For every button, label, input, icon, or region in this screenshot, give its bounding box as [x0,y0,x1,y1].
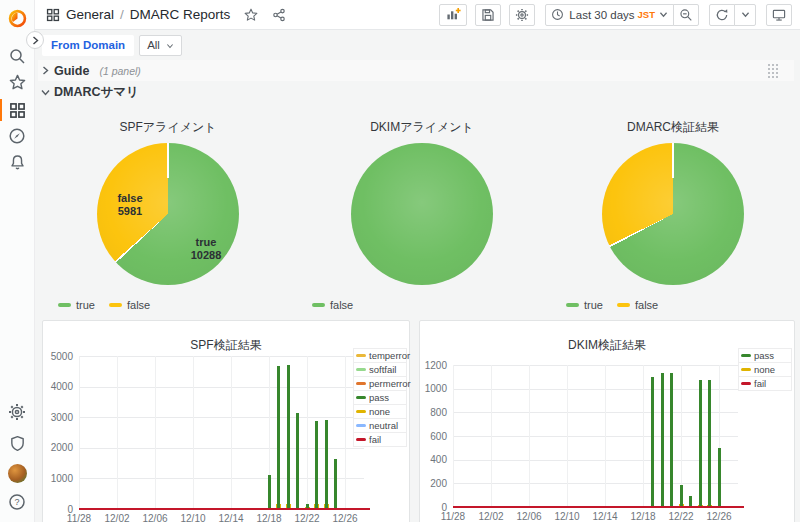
dashboard-settings-button[interactable] [509,4,535,26]
bar-pass-12/20[interactable] [661,373,664,507]
row-header-guide[interactable]: Guide (1 panel) [38,60,794,81]
legend-item-softfail[interactable]: softfail [353,362,407,377]
zoom-out-button[interactable] [673,4,699,26]
y-axis-tick-label: 1200 [413,360,447,371]
legend-label: permerror [369,378,411,389]
panel-title[interactable]: SPFアライメント [42,119,294,136]
chevron-down-icon [659,11,668,18]
row-drag-handle-icon[interactable] [768,64,780,78]
legend-label: true [584,299,603,311]
dkim-verification-legend: passnonefail [738,349,792,391]
gridline [79,387,364,388]
x-axis-tick-label: 11/28 [435,511,471,522]
add-panel-button[interactable] [439,4,467,26]
bar-pass-12/26[interactable] [718,448,721,507]
x-axis-tick-label: 12/18 [251,513,287,522]
pie-legend: truefalse [566,299,658,311]
bar-pass-12/24[interactable] [325,420,328,509]
bar-pass-12/22[interactable] [680,485,683,507]
legend-swatch [741,368,751,371]
spf-verification-legend: temperrorsoftfailpermerrorpassnoneneutra… [353,349,407,447]
bar-pass-12/24[interactable] [699,380,702,507]
save-dashboard-button[interactable] [475,4,501,26]
gridline [155,356,156,509]
legend-item-permerror[interactable]: permerror [353,376,407,391]
chevron-down-icon [166,43,174,49]
legend-item-pass[interactable]: pass [353,390,407,405]
legend-item-true[interactable]: true [566,299,603,311]
time-range-label: Last 30 days [569,9,634,21]
sidebar-item-help[interactable]: ? [0,488,34,516]
bar-pass-12/19[interactable] [277,366,280,509]
sidebar-item-profile[interactable] [0,459,34,487]
row-panel-count: (1 panel) [99,65,140,77]
breadcrumb-section[interactable]: General [66,7,114,22]
legend-item-false[interactable]: false [109,299,150,311]
time-range-picker[interactable]: Last 30 days JST [545,4,674,26]
add-panel-icon [445,7,461,22]
x-axis-tick-label: 12/14 [213,513,249,522]
series-fail-zero-line[interactable] [79,508,370,510]
sidebar-item-alerting[interactable] [0,148,34,176]
row-header-dmarc-summary[interactable]: DMARCサマリ [38,83,794,102]
legend-item-pass[interactable]: pass [738,348,792,363]
series-fail-zero-line[interactable] [453,506,744,508]
sidebar-item-explore[interactable] [0,122,34,150]
variable-value-dropdown[interactable]: All [139,35,182,56]
legend-item-temperror[interactable]: temperror [353,348,407,363]
gridline [453,412,738,413]
legend-item-false[interactable]: false [312,299,353,311]
bar-pass-12/20[interactable] [287,365,290,509]
legend-item-none[interactable]: none [353,404,407,419]
bar-pass-12/21[interactable] [670,373,673,507]
panel-title[interactable]: DKIMアライメント [296,119,548,136]
star-dashboard-button[interactable] [244,8,258,22]
legend-item-false[interactable]: false [617,299,658,311]
search-icon [8,47,26,65]
x-axis-tick-label: 12/10 [549,511,585,522]
legend-item-true[interactable]: true [58,299,95,311]
legend-swatch [356,424,366,427]
refresh-icon [715,8,729,22]
legend-swatch [356,438,366,441]
sidebar-item-dashboards[interactable] [0,96,34,124]
panel-title[interactable]: DMARC検証結果 [550,119,796,136]
sidebar-item-server-admin[interactable] [0,429,34,457]
dkim-verification-plot: 02004006008001000120011/2812/0212/0612/1… [453,365,738,507]
dmarc-result-pie[interactable] [602,143,744,285]
bar-pass-12/18[interactable] [268,475,271,509]
legend-label: fail [754,378,766,389]
refresh-interval-dropdown[interactable] [734,4,756,26]
row-title[interactable]: DMARCサマリ [54,84,139,101]
gridline [567,365,568,507]
top-navbar: General / DMARC Reports [34,0,800,30]
sidebar-item-configuration[interactable] [0,398,34,426]
sidebar-expand-button[interactable] [26,31,44,49]
bar-pass-12/25[interactable] [334,459,337,509]
bar-pass-12/19[interactable] [651,377,654,507]
legend-label: false [635,299,658,311]
legend-item-neutral[interactable]: neutral [353,418,407,433]
y-axis-tick-label: 2000 [39,442,73,453]
share-dashboard-button[interactable] [272,8,286,22]
legend-item-none[interactable]: none [738,362,792,377]
legend-item-fail[interactable]: fail [353,432,407,447]
cycle-view-button[interactable] [766,4,792,26]
y-axis-tick-label: 800 [413,407,447,418]
refresh-button[interactable] [709,4,735,26]
legend-label: softfail [369,364,396,375]
bar-pass-12/21[interactable] [296,413,299,509]
legend-item-fail[interactable]: fail [738,376,792,391]
gridline [117,356,118,509]
y-axis-tick-label: 3000 [39,412,73,423]
bar-pass-12/23[interactable] [315,421,318,509]
gridline [605,365,606,507]
grafana-logo[interactable] [0,4,34,32]
page-title[interactable]: DMARC Reports [130,7,231,22]
row-title[interactable]: Guide [54,64,89,78]
gridline [79,356,80,509]
y-axis-tick-label: 4000 [39,381,73,392]
sidebar-item-starred[interactable] [0,68,34,96]
bar-pass-12/25[interactable] [708,380,711,507]
dkim-alignment-pie[interactable] [351,143,493,285]
